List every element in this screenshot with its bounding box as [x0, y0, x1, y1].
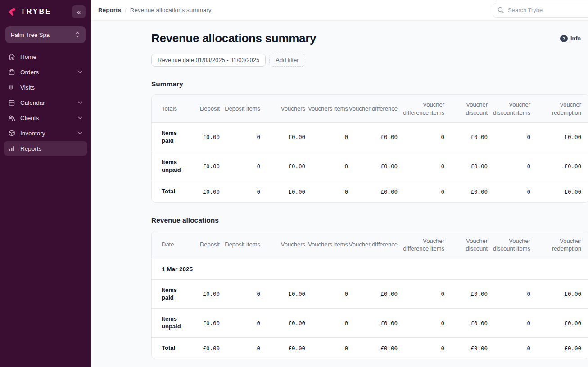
table-cell: £0.00	[444, 309, 488, 338]
column-header: Voucher redemption	[530, 231, 588, 259]
reports-icon	[8, 145, 15, 152]
table-cell: 0	[398, 279, 444, 309]
sidebar-item-orders[interactable]: Orders	[4, 65, 87, 79]
chevron-down-icon	[77, 69, 83, 75]
table-cell: £0.00	[530, 123, 588, 152]
table-cell: £0.00	[192, 338, 220, 359]
table-cell: 0	[488, 279, 530, 309]
column-header: Vouchers items	[305, 231, 348, 259]
global-search	[493, 3, 588, 18]
table-cell: 0	[488, 123, 530, 152]
table-cell: 0	[305, 123, 348, 152]
row-label: Total	[152, 181, 192, 202]
table-cell: 0	[305, 309, 348, 338]
table-cell: £0.00	[530, 181, 588, 202]
row-label: Total	[152, 338, 192, 359]
table-cell: 0	[488, 338, 530, 359]
table-cell: £0.00	[444, 279, 488, 309]
table-cell: 0	[220, 181, 260, 202]
info-button[interactable]: ? Info	[560, 35, 581, 42]
question-mark-icon: ?	[560, 35, 568, 42]
sidebar-item-inventory[interactable]: Inventory	[4, 126, 87, 140]
table-cell: £0.00	[260, 309, 305, 338]
table-cell: £0.00	[192, 123, 220, 152]
column-header: Voucher discount items	[488, 95, 530, 123]
table-cell: £0.00	[444, 123, 488, 152]
table-cell: £0.00	[192, 309, 220, 338]
sidebar-item-label: Reports	[20, 145, 83, 152]
column-header: Voucher difference	[348, 95, 398, 123]
main-area: Reports / Revenue allocations summary Re…	[91, 0, 588, 367]
table-cell: £0.00	[192, 152, 220, 181]
column-header: Vouchers	[260, 231, 305, 259]
sidebar-header: TRYBE «	[0, 0, 91, 22]
breadcrumb-reports-link[interactable]: Reports	[98, 7, 121, 13]
breadcrumb: Reports / Revenue allocations summary	[98, 7, 212, 13]
sidebar-item-calendar[interactable]: Calendar	[4, 95, 87, 110]
table-cell: 0	[488, 309, 530, 338]
table-cell: 0	[488, 181, 530, 202]
table-cell: £0.00	[530, 309, 588, 338]
table-cell: £0.00	[192, 279, 220, 309]
column-header: Voucher redemption	[530, 95, 588, 123]
column-header: Deposit items	[220, 95, 260, 123]
sidebar-item-home[interactable]: Home	[4, 49, 87, 64]
sidebar-collapse-button[interactable]: «	[72, 5, 86, 18]
column-header: Voucher discount	[444, 231, 488, 259]
table-cell: £0.00	[530, 279, 588, 309]
column-header: Totals	[152, 95, 192, 123]
sidebar-item-label: Clients	[20, 115, 72, 121]
sidebar-nav: Home Orders Visits Calendar Cl	[0, 49, 91, 156]
table-cell: 0	[305, 152, 348, 181]
column-header: Date	[152, 231, 192, 259]
table-row-items-unpaid: Items unpaid £0.00 0 £0.00 0 £0.00 0 £0.…	[152, 309, 588, 338]
chevron-down-icon	[77, 130, 83, 136]
allocations-table: Date Deposit Deposit items Vouchers Vouc…	[152, 231, 588, 359]
table-cell: £0.00	[444, 152, 488, 181]
table-cell: 0	[398, 309, 444, 338]
column-header: Voucher discount	[444, 95, 488, 123]
search-input[interactable]	[493, 3, 588, 18]
table-cell: 0	[398, 123, 444, 152]
sidebar-item-reports[interactable]: Reports	[4, 141, 87, 156]
search-icon	[497, 6, 504, 13]
row-label: Items unpaid	[152, 152, 192, 181]
table-row-items-paid: Items paid £0.00 0 £0.00 0 £0.00 0 £0.00…	[152, 123, 588, 152]
trybe-logo-icon	[8, 7, 17, 17]
column-header: Voucher difference items	[398, 231, 444, 259]
column-header: Voucher difference items	[398, 95, 444, 123]
table-cell: 0	[398, 152, 444, 181]
table-cell: £0.00	[348, 123, 398, 152]
group-date-label: 1 Mar 2025	[152, 259, 588, 279]
table-cell: £0.00	[530, 152, 588, 181]
workspace-selector[interactable]: Palm Tree Spa	[5, 26, 86, 43]
summary-section-heading: Summary	[151, 80, 588, 88]
visits-icon	[8, 84, 15, 91]
table-cell: 0	[305, 279, 348, 309]
home-icon	[8, 53, 15, 60]
filter-row: Revenue date 01/03/2025 - 31/03/2025 Add…	[151, 54, 588, 67]
table-cell: 0	[220, 309, 260, 338]
table-cell: £0.00	[444, 181, 488, 202]
sidebar-item-visits[interactable]: Visits	[4, 80, 87, 94]
add-filter-button[interactable]: Add filter	[269, 54, 305, 67]
chevron-down-icon	[77, 115, 83, 121]
table-cell: £0.00	[192, 181, 220, 202]
calendar-icon	[8, 99, 15, 106]
brand-name: TRYBE	[21, 8, 52, 16]
table-row-total: Total £0.00 0 £0.00 0 £0.00 0 £0.00 0 £0…	[152, 181, 588, 202]
allocations-header-row: Date Deposit Deposit items Vouchers Vouc…	[152, 231, 588, 259]
table-group-row: 1 Mar 2025	[152, 259, 588, 279]
table-cell: £0.00	[530, 338, 588, 359]
column-header: Vouchers	[260, 95, 305, 123]
row-label: Items paid	[152, 279, 192, 309]
revenue-date-filter-chip[interactable]: Revenue date 01/03/2025 - 31/03/2025	[151, 54, 266, 67]
table-row-total: Total £0.00 0 £0.00 0 £0.00 0 £0.00 0 £0…	[152, 338, 588, 359]
sidebar: TRYBE « Palm Tree Spa Home Orders	[0, 0, 91, 367]
title-row: Revenue allocations summary ? Info	[151, 31, 581, 45]
bag-icon	[8, 68, 15, 76]
sidebar-item-clients[interactable]: Clients	[4, 111, 87, 125]
collapse-icon: «	[77, 9, 81, 15]
table-cell: £0.00	[348, 152, 398, 181]
table-cell: £0.00	[444, 338, 488, 359]
